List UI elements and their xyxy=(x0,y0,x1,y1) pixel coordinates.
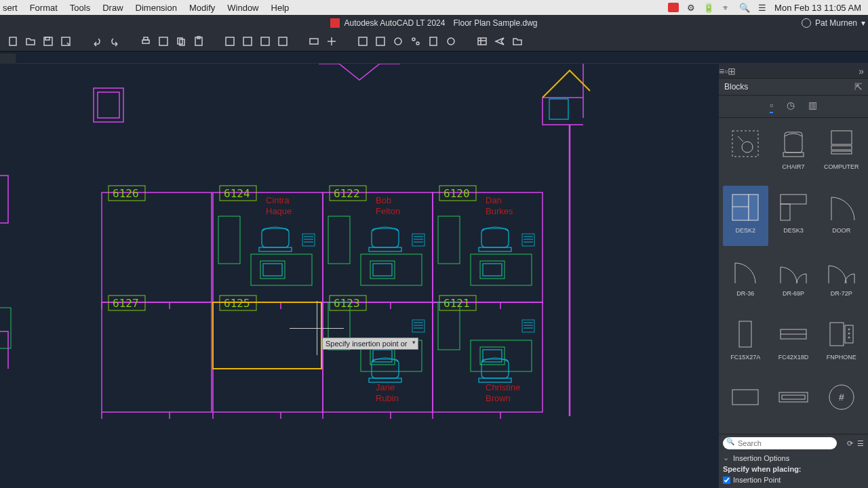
blocks-tab-recent-icon[interactable]: ◷ xyxy=(787,100,795,113)
svg-rect-110 xyxy=(781,204,790,220)
control-center-icon[interactable]: ☰ xyxy=(758,3,766,13)
insertion-point-checkbox[interactable] xyxy=(723,476,730,484)
new-icon[interactable] xyxy=(5,34,20,49)
svg-rect-105 xyxy=(831,151,852,154)
block-item-fc15x27a[interactable]: FC15X27A xyxy=(723,312,768,373)
svg-rect-41 xyxy=(259,247,292,251)
svg-rect-103 xyxy=(831,131,852,144)
svg-rect-106 xyxy=(732,195,749,220)
blocks-tab-library-icon[interactable]: ▥ xyxy=(808,100,817,113)
menu-modify[interactable]: Modify xyxy=(189,3,215,13)
save-icon[interactable] xyxy=(41,34,56,49)
gear-icon[interactable]: ⚙ xyxy=(687,3,695,13)
svg-point-117 xyxy=(848,333,850,334)
block-item-chair7[interactable]: CHAIR7 xyxy=(771,122,816,183)
wifi-icon[interactable]: ᯤ xyxy=(722,3,731,13)
blocks-panel-footer: ⟳ ☰ ⌄ Insertion Options Specify when pla… xyxy=(719,434,868,488)
plot-preview-icon[interactable] xyxy=(156,34,171,49)
layout2-icon[interactable] xyxy=(240,34,255,49)
tool-c-icon[interactable] xyxy=(391,34,406,49)
layout1-icon[interactable] xyxy=(222,34,237,49)
copy-icon[interactable] xyxy=(174,34,189,49)
block-item-desk2[interactable]: DESK2 xyxy=(723,186,768,247)
tool-e-icon[interactable] xyxy=(426,34,441,49)
status-red-icon[interactable] xyxy=(668,3,679,12)
block-item-dr-72p[interactable]: DR-72P xyxy=(818,249,864,310)
menu-insert[interactable]: sert xyxy=(3,3,18,13)
block-item-fc42x18d[interactable]: FC42X18D xyxy=(771,312,816,373)
search-icon[interactable]: 🔍 xyxy=(739,3,750,13)
layout4-icon[interactable] xyxy=(275,34,290,49)
rect-icon[interactable] xyxy=(307,34,321,49)
svg-rect-96 xyxy=(522,320,534,332)
svg-text:#: # xyxy=(839,392,844,403)
svg-rect-6 xyxy=(159,37,167,45)
svg-point-20 xyxy=(416,42,419,45)
block-label: DESK3 xyxy=(783,228,804,235)
panel-tab-layers-icon[interactable]: ≡ xyxy=(719,66,724,77)
user-name[interactable]: Pat Murnen xyxy=(815,18,857,28)
panel-tab-properties-icon[interactable]: ⊞ xyxy=(728,66,736,77)
panel-expand-icon[interactable]: » xyxy=(859,66,868,77)
block-thumb-icon xyxy=(823,251,861,289)
right-panel-tabs: ≡ ▫ ⊞ » xyxy=(719,64,868,79)
search-list-icon[interactable]: ☰ xyxy=(857,439,864,448)
send-icon[interactable] xyxy=(492,34,507,49)
svg-rect-102 xyxy=(783,152,804,157)
menu-tools[interactable]: Tools xyxy=(70,3,90,13)
folder-icon[interactable] xyxy=(510,34,525,49)
block-item-door[interactable]: DOOR xyxy=(818,186,864,247)
svg-text:6126: 6126 xyxy=(113,187,139,200)
panel-popout-icon[interactable]: ⇱ xyxy=(854,81,863,92)
block-item-rect[interactable] xyxy=(723,375,768,430)
menu-format[interactable]: Format xyxy=(30,3,58,13)
block-item-keyb[interactable] xyxy=(771,375,816,430)
block-item-insert[interactable] xyxy=(723,122,768,183)
svg-rect-104 xyxy=(831,146,852,150)
block-item-dr-36[interactable]: DR-36 xyxy=(723,249,768,310)
layout3-icon[interactable] xyxy=(258,34,273,49)
svg-rect-5 xyxy=(144,37,148,40)
block-label: DOOR xyxy=(832,228,850,235)
block-item-desk3[interactable]: DESK3 xyxy=(771,186,816,247)
block-label: FNPHONE xyxy=(827,354,856,361)
insertion-point-option[interactable]: Insertion Point xyxy=(723,474,864,485)
block-search-input[interactable] xyxy=(723,437,837,449)
paste-icon[interactable] xyxy=(191,34,206,49)
print-icon[interactable] xyxy=(138,34,153,49)
drawing-canvas[interactable]: 61266124CintraHaque6122BobFelton6120DanB… xyxy=(0,64,719,488)
tool-d-icon[interactable] xyxy=(408,34,423,49)
search-sync-icon[interactable]: ⟳ xyxy=(847,439,853,448)
battery-icon[interactable]: 🔋 xyxy=(703,3,714,13)
menubar-datetime[interactable]: Mon Feb 13 11:05 AM xyxy=(774,3,861,13)
menu-draw[interactable]: Draw xyxy=(102,3,123,13)
svg-rect-17 xyxy=(376,37,384,45)
block-item-fnphone[interactable]: FNPHONE xyxy=(818,312,864,373)
blocks-tab-dwg-icon[interactable]: ▫ xyxy=(770,100,773,113)
tool-f-icon[interactable] xyxy=(443,34,458,49)
menu-dimension[interactable]: Dimension xyxy=(136,3,177,13)
menu-window[interactable]: Window xyxy=(227,3,258,13)
svg-rect-109 xyxy=(781,195,806,204)
svg-rect-23 xyxy=(478,38,486,45)
open-icon[interactable] xyxy=(23,34,38,49)
svg-text:Burkes: Burkes xyxy=(486,206,513,216)
menu-help[interactable]: Help xyxy=(271,3,290,13)
insertion-options-header[interactable]: ⌄ Insertion Options xyxy=(723,452,864,464)
table-icon[interactable] xyxy=(475,34,490,49)
block-item-dr-69p[interactable]: DR-69P xyxy=(771,249,816,310)
tool-b-icon[interactable] xyxy=(373,34,388,49)
pan-icon[interactable] xyxy=(324,34,339,49)
svg-point-116 xyxy=(848,329,850,330)
document-tab[interactable] xyxy=(0,54,16,64)
block-item-computer[interactable]: COMPUTER xyxy=(818,122,864,183)
tool-a-icon[interactable] xyxy=(355,34,370,49)
block-thumb-icon xyxy=(726,315,764,353)
user-dropdown-icon[interactable]: ▾ xyxy=(861,18,865,28)
saveas-icon[interactable] xyxy=(58,34,73,49)
redo-icon[interactable] xyxy=(107,34,122,49)
block-thumb-icon xyxy=(774,125,812,163)
block-item-numcirc[interactable]: # xyxy=(818,375,864,430)
undo-icon[interactable] xyxy=(90,34,104,49)
user-avatar-icon[interactable] xyxy=(802,18,811,28)
